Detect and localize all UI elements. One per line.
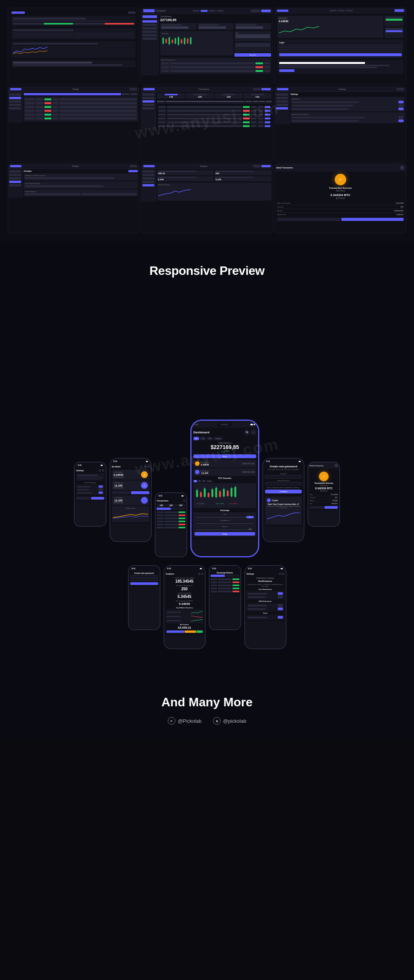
screen-card-analytics: Analytics (141, 163, 273, 233)
phone-analytics: 9:41 Analytics Total Transaction Fees (B… (164, 565, 206, 649)
dribbble-icon: ⊕ (168, 717, 175, 725)
analytics-num-tx: 250 (166, 587, 203, 591)
screen-card-portfolio: Portfolio Portfolio (8, 163, 139, 233)
screen-card-dashboard-main: Dashboard (141, 8, 273, 85)
phone-create-password: 9:41 Create new password Let's create a … (262, 458, 304, 542)
instagram-icon: ◉ (213, 717, 221, 725)
phone-create-password-sm: 9:41 Create new password (128, 565, 160, 630)
phone-detail-transaction: Details Transaction × ✓ Transaction Succ… (308, 462, 340, 527)
phone-wallet: 9:41 My Wallet BTC Wallet 0.34545 27893.… (110, 458, 152, 542)
screen-card-trading: Trading (8, 87, 139, 162)
footer-social: ⊕ @Pickolab ◉ @pickolab (8, 717, 406, 725)
instagram-handle: @pickolab (223, 718, 246, 724)
svg-text:Low: 44242: Low: 44242 (229, 503, 237, 505)
dribbble-handle: @Pickolab (178, 718, 201, 724)
center-phone-balance: $227169,85 (193, 444, 256, 450)
social-instagram: ◉ @pickolab (213, 717, 246, 725)
analytics-total-fees: 185.34545 (166, 579, 203, 583)
screen-card-settings: Settings Settings Not (275, 87, 406, 162)
responsive-title: Responsive Preview (8, 264, 406, 278)
screenshots-grid: Dashboard (8, 8, 406, 233)
dashboard-balance: 227169,85 (160, 18, 271, 22)
svg-text:15 Jul 2024: 15 Jul 2024 (196, 503, 205, 505)
footer-title: And Many More (8, 695, 406, 709)
phone-dashboard-center: 9:41 Dashboard 🔍 ⋯ (190, 420, 259, 557)
screen-card-mobile-small (8, 8, 139, 85)
svg-text:High: 45242: High: 45242 (216, 503, 224, 505)
screenshots-section: www.anyusj.com (0, 0, 414, 241)
phone-mockups-row: 9:41 Settings General Settings (8, 297, 406, 565)
screen-card-landing: BTC/USD 0.34545 (275, 8, 406, 85)
social-dribbble: ⊕ @Pickolab (168, 717, 201, 725)
analytics-staking: 5.34545 (166, 595, 203, 599)
screen-card-detail-transaction: Detail Transaction × ✓ Transaction Succe… (275, 163, 406, 233)
phone-settings: 9:41 Settings General Settings (74, 462, 106, 527)
responsive-preview-section: www.anyusj.com Responsive Preview 9:41 S… (0, 241, 414, 672)
phone-exchange-history: 9:41 Exchange History (209, 565, 241, 630)
screen-card-transactions: Transactions (141, 87, 273, 162)
phone-settings-notifications: 9:41 Settings Notifications Settings Not… (244, 565, 286, 649)
footer-section: And Many More ⊕ @Pickolab ◉ @pickolab (0, 672, 414, 740)
phone-transactions-sm: 9:41 Transactions 120 120 120 (155, 492, 187, 557)
